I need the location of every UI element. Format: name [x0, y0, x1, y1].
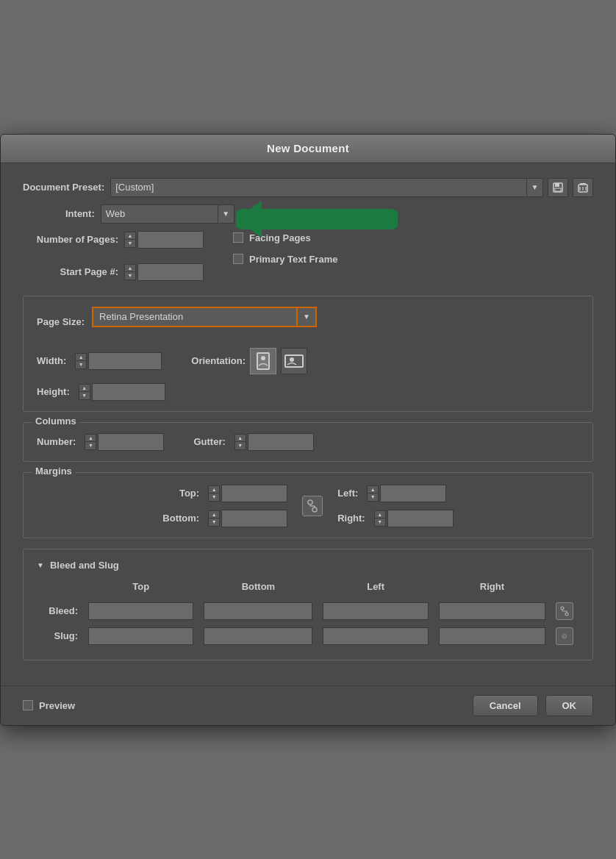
- mb-spin-down[interactable]: ▼: [208, 518, 220, 527]
- margin-right-field: Right: ▲ ▼ 200 px: [337, 510, 454, 527]
- mr-spin-up[interactable]: ▲: [374, 510, 386, 518]
- margins-link-button[interactable]: [302, 496, 323, 516]
- slug-bottom-input[interactable]: 0 px: [204, 627, 312, 645]
- bleed-right-header: Right: [434, 581, 550, 598]
- margin-left-input[interactable]: 200 px: [380, 485, 446, 502]
- margin-left-spinner[interactable]: ▲ ▼: [367, 485, 379, 502]
- width-label: Width:: [37, 355, 66, 366]
- margin-right-spinner[interactable]: ▲ ▼: [374, 510, 386, 527]
- primary-text-frame-label: Primary Text Frame: [249, 254, 337, 265]
- margin-top-spinner[interactable]: ▲ ▼: [208, 485, 220, 502]
- bleed-bottom-header: Bottom: [199, 581, 317, 598]
- height-input[interactable]: 1830 px: [92, 383, 165, 401]
- intent-select[interactable]: Web: [101, 204, 218, 224]
- slug-row: Slug: 0 px 0 px 0 px 0 px ⊙: [38, 624, 578, 648]
- gutter-label: Gutter:: [193, 436, 225, 447]
- preview-checkbox[interactable]: [23, 700, 33, 710]
- margin-top-input[interactable]: 200 px: [221, 485, 287, 502]
- margin-right-input[interactable]: 200 px: [387, 510, 454, 527]
- page-size-select[interactable]: Retina Presentation: [92, 307, 298, 327]
- bleed-slug-section: ▼ Bleed and Slug Top Bottom Left Right: [23, 549, 593, 660]
- number-of-pages-label: Number of Pages:: [23, 234, 118, 245]
- height-field: Height: ▲ ▼ 1830 px: [37, 383, 579, 401]
- number-of-pages-spinner[interactable]: ▲ ▼: [124, 232, 136, 248]
- page-size-dropdown-arrow[interactable]: ▼: [298, 307, 317, 327]
- bleed-left-input[interactable]: 0 px: [323, 602, 428, 620]
- page-size-label: Page Size:: [37, 316, 85, 327]
- width-input[interactable]: 3260 px: [88, 352, 162, 370]
- svg-rect-7: [580, 183, 586, 185]
- columns-number-input[interactable]: 1: [98, 433, 164, 451]
- spin-down[interactable]: ▼: [124, 272, 136, 280]
- gutter-spinner[interactable]: ▲ ▼: [234, 434, 246, 450]
- intent-label: Intent:: [65, 208, 95, 219]
- bleed-row: Bleed: 0 px 0 px 0 px 0 px: [38, 599, 578, 623]
- height-spin-down[interactable]: ▼: [79, 392, 90, 400]
- facing-pages-checkbox[interactable]: [233, 232, 243, 243]
- page-size-section: Page Size: Retina Presentation ▼ Width: …: [23, 296, 593, 412]
- gutter-input[interactable]: 12 px: [248, 433, 314, 451]
- preset-save-button[interactable]: [548, 178, 568, 197]
- col-spin-down[interactable]: ▼: [85, 442, 96, 450]
- svg-point-17: [308, 500, 312, 505]
- footer-buttons: Cancel OK: [473, 695, 593, 716]
- portrait-button[interactable]: [250, 348, 276, 374]
- footer: Preview Cancel OK: [1, 685, 615, 725]
- orientation-wrap: Orientation:: [191, 348, 307, 374]
- width-spin-down[interactable]: ▼: [75, 361, 87, 369]
- spin-up[interactable]: ▲: [124, 232, 136, 240]
- margin-top-label: Top:: [179, 488, 199, 499]
- bleed-left-header: Left: [318, 581, 432, 598]
- bleed-right-input[interactable]: 0 px: [439, 602, 545, 620]
- preset-delete-button[interactable]: [573, 178, 593, 197]
- bleed-slug-title: Bleed and Slug: [50, 560, 119, 571]
- svg-rect-13: [257, 353, 269, 369]
- bleed-bottom-input[interactable]: 0 px: [204, 602, 312, 620]
- bleed-link-button[interactable]: [556, 602, 573, 620]
- slug-link-button[interactable]: ⊙: [556, 627, 573, 645]
- spin-down[interactable]: ▼: [124, 240, 136, 248]
- gutter-spin-down[interactable]: ▼: [234, 442, 246, 450]
- svg-rect-2: [555, 188, 561, 191]
- start-page-input[interactable]: 1: [137, 263, 204, 281]
- bleed-top-input[interactable]: 0 px: [88, 602, 193, 620]
- start-page-spinner[interactable]: ▲ ▼: [124, 264, 136, 280]
- ml-spin-up[interactable]: ▲: [367, 485, 379, 493]
- dialog-title: New Document: [267, 142, 349, 154]
- spin-up[interactable]: ▲: [124, 264, 136, 272]
- width-spinner[interactable]: ▲ ▼: [75, 353, 87, 369]
- ml-spin-down[interactable]: ▼: [367, 493, 379, 502]
- columns-number-spinner[interactable]: ▲ ▼: [85, 434, 96, 450]
- slug-left-input[interactable]: 0 px: [323, 627, 428, 645]
- mt-spin-up[interactable]: ▲: [208, 485, 220, 493]
- preview-row: Preview: [23, 700, 75, 711]
- columns-section: Columns Number: ▲ ▼ 1 Gutter:: [23, 422, 593, 462]
- number-of-pages-input[interactable]: 1: [137, 231, 204, 249]
- intent-dropdown-arrow[interactable]: ▼: [218, 204, 234, 224]
- preset-select[interactable]: [Custom]: [110, 178, 527, 197]
- height-spinner[interactable]: ▲ ▼: [79, 384, 90, 400]
- columns-label: Columns: [32, 416, 79, 427]
- bleed-collapse-arrow[interactable]: ▼: [37, 561, 44, 569]
- gutter-spin-up[interactable]: ▲: [234, 434, 246, 442]
- mt-spin-down[interactable]: ▼: [208, 493, 220, 502]
- svg-rect-15: [285, 355, 303, 367]
- height-spin-up[interactable]: ▲: [79, 384, 90, 392]
- svg-point-22: [561, 607, 564, 610]
- margin-bottom-spinner[interactable]: ▲ ▼: [208, 510, 220, 527]
- mb-spin-up[interactable]: ▲: [208, 510, 220, 518]
- slug-top-input[interactable]: 0 px: [88, 627, 193, 645]
- margin-bottom-input[interactable]: 200 px: [221, 510, 287, 527]
- primary-text-frame-checkbox[interactable]: [233, 254, 243, 264]
- mr-spin-down[interactable]: ▼: [374, 518, 386, 527]
- cancel-button[interactable]: Cancel: [473, 695, 538, 716]
- width-spin-up[interactable]: ▲: [75, 353, 87, 361]
- preset-dropdown-arrow[interactable]: ▼: [527, 178, 543, 197]
- ok-button[interactable]: OK: [545, 695, 594, 716]
- orientation-label: Orientation:: [191, 355, 246, 366]
- col-spin-up[interactable]: ▲: [85, 434, 96, 442]
- margin-bottom-label: Bottom:: [162, 513, 199, 524]
- facing-pages-row: Facing Pages: [233, 232, 337, 243]
- landscape-button[interactable]: [281, 348, 307, 374]
- slug-right-input[interactable]: 0 px: [439, 627, 545, 645]
